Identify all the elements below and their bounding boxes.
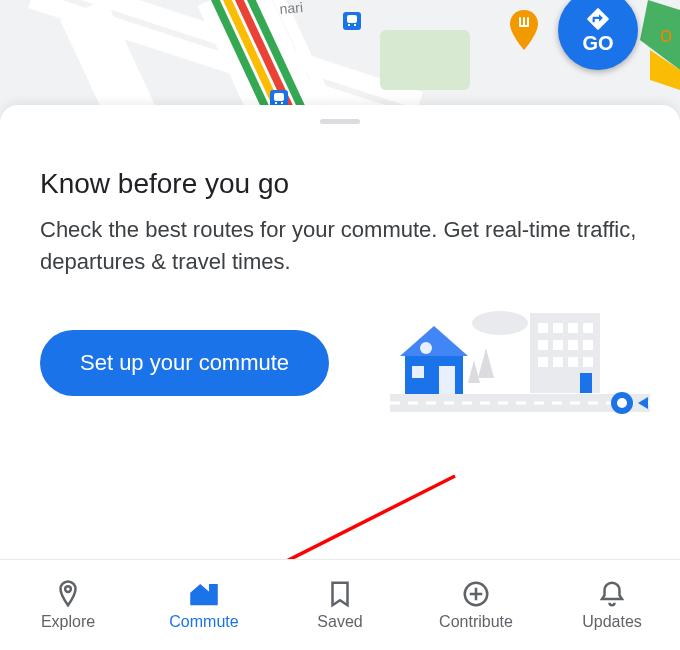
map-partial-label: o bbox=[660, 22, 672, 47]
nav-contribute-label: Contribute bbox=[439, 613, 513, 631]
nav-saved[interactable]: Saved bbox=[272, 560, 408, 650]
svg-marker-38 bbox=[400, 326, 468, 356]
nav-commute[interactable]: Commute bbox=[136, 560, 272, 650]
bell-icon bbox=[597, 579, 627, 609]
svg-point-45 bbox=[617, 398, 627, 408]
nav-contribute[interactable]: Contribute bbox=[408, 560, 544, 650]
svg-rect-28 bbox=[568, 340, 578, 350]
nav-explore[interactable]: Explore bbox=[0, 560, 136, 650]
svg-marker-36 bbox=[468, 360, 480, 383]
svg-rect-32 bbox=[568, 357, 578, 367]
svg-rect-40 bbox=[412, 366, 424, 378]
svg-rect-26 bbox=[538, 340, 548, 350]
pin-icon bbox=[53, 579, 83, 609]
home-building-icon bbox=[189, 579, 219, 609]
svg-rect-16 bbox=[274, 93, 284, 101]
svg-rect-41 bbox=[439, 366, 455, 394]
nav-updates-label: Updates bbox=[582, 613, 642, 631]
commute-card-subtitle: Check the best routes for your commute. … bbox=[40, 214, 640, 278]
nav-explore-label: Explore bbox=[41, 613, 95, 631]
svg-rect-10 bbox=[380, 30, 470, 90]
commute-illustration bbox=[390, 308, 640, 418]
svg-rect-29 bbox=[583, 340, 593, 350]
svg-rect-25 bbox=[583, 323, 593, 333]
svg-point-48 bbox=[65, 586, 71, 592]
bottom-nav: Explore Commute Saved Contribute Updates bbox=[0, 559, 680, 650]
svg-text:nari: nari bbox=[279, 0, 304, 17]
svg-rect-30 bbox=[538, 357, 548, 367]
svg-rect-22 bbox=[538, 323, 548, 333]
nav-updates[interactable]: Updates bbox=[544, 560, 680, 650]
svg-point-20 bbox=[472, 311, 528, 335]
bookmark-icon bbox=[325, 579, 355, 609]
svg-rect-34 bbox=[580, 373, 592, 393]
go-button-label: GO bbox=[582, 32, 613, 55]
svg-rect-23 bbox=[553, 323, 563, 333]
svg-marker-35 bbox=[478, 348, 494, 378]
nav-saved-label: Saved bbox=[317, 613, 362, 631]
plus-circle-icon bbox=[461, 579, 491, 609]
svg-rect-24 bbox=[568, 323, 578, 333]
nav-commute-label: Commute bbox=[169, 613, 238, 631]
svg-rect-27 bbox=[553, 340, 563, 350]
svg-rect-33 bbox=[583, 357, 593, 367]
setup-commute-button[interactable]: Set up your commute bbox=[40, 330, 329, 396]
svg-rect-18 bbox=[281, 102, 283, 104]
svg-rect-14 bbox=[354, 24, 356, 26]
svg-rect-12 bbox=[347, 15, 357, 23]
svg-rect-31 bbox=[553, 357, 563, 367]
commute-card-title: Know before you go bbox=[40, 168, 640, 200]
svg-rect-17 bbox=[275, 102, 277, 104]
svg-rect-13 bbox=[348, 24, 350, 26]
svg-point-39 bbox=[420, 342, 432, 354]
directions-icon bbox=[585, 6, 611, 32]
